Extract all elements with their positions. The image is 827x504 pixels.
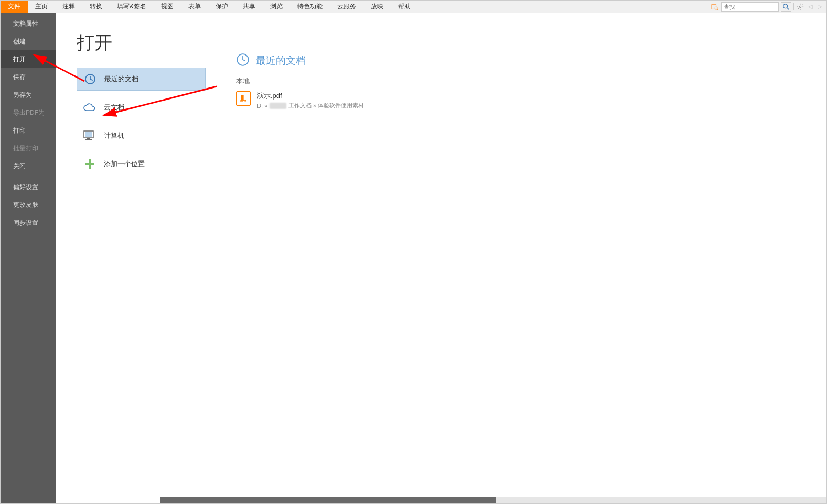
menubar-spacer	[418, 1, 711, 13]
sidebar-item-open[interactable]: 打开	[1, 50, 56, 68]
plus-icon	[83, 157, 96, 171]
location-list: 最近的文档 云文档 计算机	[77, 68, 218, 176]
svg-rect-10	[85, 139, 92, 140]
menu-share[interactable]: 共享	[235, 1, 263, 13]
sidebar-item-skin[interactable]: 更改皮肤	[1, 196, 56, 214]
location-recent[interactable]: 最近的文档	[77, 68, 206, 91]
svg-line-4	[787, 7, 789, 9]
menubar: 文件 主页 注释 转换 填写&签名 视图 表单 保护 共享 浏览 特色功能 云服…	[1, 1, 826, 13]
menu-view[interactable]: 视图	[154, 1, 181, 13]
file-path-tail: 工作文档 » 体验软件使用素材	[288, 102, 364, 109]
file-path-prefix: D: »	[257, 103, 267, 109]
svg-rect-8	[85, 132, 92, 137]
sidebar-item-saveas[interactable]: 另存为	[1, 86, 56, 104]
main: 文档属性 创建 打开 保存 另存为 导出PDF为 打印 批量打印 关闭 偏好设置…	[1, 13, 826, 503]
clock-icon	[83, 72, 97, 86]
cloud-icon	[83, 101, 96, 114]
location-add[interactable]: 添加一个位置	[77, 152, 206, 176]
open-locations-column: 打开 最近的文档 云文档	[77, 31, 218, 503]
nav-next-icon[interactable]: ▷	[816, 3, 823, 10]
clock-outline-icon	[236, 53, 250, 68]
menu-convert[interactable]: 转换	[82, 1, 110, 13]
sidebar-item-print[interactable]: 打印	[1, 122, 56, 139]
settings-gear-icon[interactable]	[796, 3, 804, 11]
local-section-label: 本地	[236, 76, 826, 86]
pdf-file-icon: ◧ PDF	[236, 91, 251, 106]
recent-title: 最近的文档	[256, 54, 306, 68]
svg-point-3	[783, 4, 788, 8]
svg-rect-9	[87, 138, 90, 139]
file-sidebar: 文档属性 创建 打开 保存 另存为 导出PDF为 打印 批量打印 关闭 偏好设置…	[1, 13, 56, 503]
search-field[interactable]	[721, 2, 779, 12]
svg-line-2	[717, 9, 718, 10]
sidebar-item-exportpdf[interactable]: 导出PDF为	[1, 104, 56, 122]
sidebar-item-preferences[interactable]: 偏好设置	[1, 178, 56, 196]
app-window: 文件 主页 注释 转换 填写&签名 视图 表单 保护 共享 浏览 特色功能 云服…	[0, 0, 827, 504]
menu-file[interactable]: 文件	[1, 1, 28, 13]
menu-fillsign[interactable]: 填写&签名	[110, 1, 154, 13]
menu-cloud[interactable]: 云服务	[330, 1, 363, 13]
menu-comment[interactable]: 注释	[55, 1, 82, 13]
sidebar-item-save[interactable]: 保存	[1, 68, 56, 86]
search-input[interactable]	[724, 4, 766, 10]
menubar-tools: ◁ ▷	[711, 1, 826, 13]
nav-prev-icon[interactable]: ◁	[807, 3, 814, 10]
location-label: 添加一个位置	[104, 159, 145, 169]
file-path-redacted	[270, 103, 286, 109]
bottom-bar	[111, 497, 826, 503]
svg-point-5	[799, 6, 801, 8]
location-computer[interactable]: 计算机	[77, 124, 206, 147]
bottom-thumb[interactable]	[160, 497, 496, 503]
open-recent-column: 最近的文档 本地 ◧ PDF 演示.pdf D: » 工作文档 » 体验软件使用…	[218, 31, 826, 503]
recent-header: 最近的文档	[236, 53, 826, 68]
search-button[interactable]	[781, 2, 791, 12]
menu-help[interactable]: 帮助	[391, 1, 418, 13]
file-path: D: » 工作文档 » 体验软件使用素材	[257, 102, 364, 109]
menu-protect[interactable]: 保护	[208, 1, 235, 13]
location-cloud[interactable]: 云文档	[77, 96, 206, 119]
divider	[793, 3, 794, 10]
menu-features[interactable]: 特色功能	[290, 1, 330, 13]
sidebar-item-create[interactable]: 创建	[1, 32, 56, 50]
location-label: 最近的文档	[104, 74, 138, 84]
location-label: 云文档	[104, 103, 124, 112]
sidebar-item-batchprint[interactable]: 批量打印	[1, 139, 56, 157]
location-label: 计算机	[104, 131, 124, 140]
panel-title: 打开	[77, 31, 218, 55]
computer-icon	[83, 129, 96, 143]
menu-slideshow[interactable]: 放映	[363, 1, 391, 13]
sidebar-item-close[interactable]: 关闭	[1, 157, 56, 175]
file-meta: 演示.pdf D: » 工作文档 » 体验软件使用素材	[257, 91, 364, 109]
sidebar-item-docprops[interactable]: 文档属性	[1, 15, 56, 32]
menu-browse[interactable]: 浏览	[263, 1, 290, 13]
find-mode-icon[interactable]	[711, 3, 719, 11]
file-name: 演示.pdf	[257, 91, 364, 101]
sidebar-item-sync[interactable]: 同步设置	[1, 214, 56, 232]
recent-file-item[interactable]: ◧ PDF 演示.pdf D: » 工作文档 » 体验软件使用素材	[236, 89, 826, 112]
open-panel: 打开 最近的文档 云文档	[56, 13, 826, 503]
menu-home[interactable]: 主页	[28, 1, 55, 13]
svg-rect-12	[85, 163, 94, 165]
menu-form[interactable]: 表单	[181, 1, 208, 13]
